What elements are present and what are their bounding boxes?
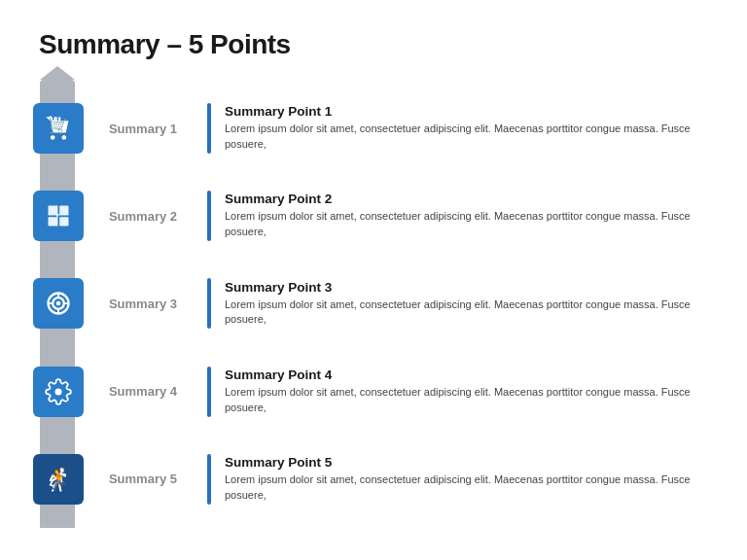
icon-box-4 (33, 367, 84, 417)
point-text-2: Summary Point 2 Lorem ipsum dolor sit am… (225, 191, 708, 241)
point-border-5 (207, 454, 211, 505)
label-3: Summary 3 (94, 278, 192, 329)
point-body-3: Lorem ipsum dolor sit amet, consectetuer… (225, 298, 708, 329)
svg-rect-6 (59, 217, 68, 226)
point-body-5: Lorem ipsum dolor sit amet, consectetuer… (225, 472, 708, 504)
svg-rect-4 (59, 206, 68, 215)
point-title-1: Summary Point 1 (225, 104, 708, 119)
icons-column: 🛒 (30, 80, 87, 528)
right-column: Summary Point 1 Lorem ipsum dolor sit am… (207, 80, 708, 528)
point-text-3: Summary Point 3 Lorem ipsum dolor sit am… (225, 278, 708, 329)
point-text-5: Summary Point 5 Lorem ipsum dolor sit am… (225, 454, 708, 505)
point-title-5: Summary Point 5 (225, 455, 708, 470)
target-icon (45, 290, 72, 317)
content-area: 🛒 (39, 80, 708, 528)
point-item-4: Summary Point 4 Lorem ipsum dolor sit am… (207, 367, 708, 417)
point-border-3 (207, 278, 211, 329)
grid-icon (45, 202, 72, 229)
point-item-1: Summary Point 1 Lorem ipsum dolor sit am… (207, 103, 708, 154)
point-border-4 (207, 367, 211, 417)
label-4: Summary 4 (94, 367, 192, 417)
point-title-2: Summary Point 2 (225, 192, 708, 206)
point-border-1 (207, 103, 211, 154)
svg-text:🛒: 🛒 (49, 117, 69, 137)
point-border-2 (207, 191, 211, 241)
icon-box-1: 🛒 (33, 103, 84, 154)
svg-point-16 (55, 388, 62, 395)
point-title-4: Summary Point 4 (225, 368, 708, 382)
svg-point-11 (56, 301, 61, 306)
main-title: Summary – 5 Points (39, 29, 708, 60)
page: Summary – 5 Points 🛒 (0, 0, 747, 560)
point-title-3: Summary Point 3 (225, 280, 708, 295)
svg-rect-5 (49, 217, 57, 226)
svg-rect-3 (49, 206, 57, 215)
point-body-2: Lorem ipsum dolor sit amet, consectetuer… (225, 209, 708, 240)
icon-box-3 (33, 278, 84, 329)
icon-box-2 (33, 191, 84, 241)
left-column: 🛒 (39, 80, 87, 528)
point-item-5: Summary Point 5 Lorem ipsum dolor sit am… (207, 454, 708, 505)
point-body-4: Lorem ipsum dolor sit amet, consectetuer… (225, 385, 708, 416)
point-text-1: Summary Point 1 Lorem ipsum dolor sit am… (225, 103, 708, 154)
svg-text:🏃: 🏃 (46, 467, 72, 492)
icon-box-5: 🏃 (33, 454, 84, 505)
label-1: Summary 1 (94, 103, 192, 154)
runner-icon: 🏃 (45, 466, 72, 493)
labels-column: Summary 1 Summary 2 Summary 3 Summary 4 … (94, 80, 192, 528)
point-item-2: Summary Point 2 Lorem ipsum dolor sit am… (207, 191, 708, 241)
point-item-3: Summary Point 3 Lorem ipsum dolor sit am… (207, 278, 708, 329)
label-2: Summary 2 (94, 191, 192, 241)
point-body-1: Lorem ipsum dolor sit amet, consectetuer… (225, 122, 708, 153)
gear-icon (45, 378, 72, 405)
label-5: Summary 5 (94, 454, 192, 505)
cart-icon: 🛒 (45, 115, 72, 142)
point-text-4: Summary Point 4 Lorem ipsum dolor sit am… (225, 367, 708, 417)
